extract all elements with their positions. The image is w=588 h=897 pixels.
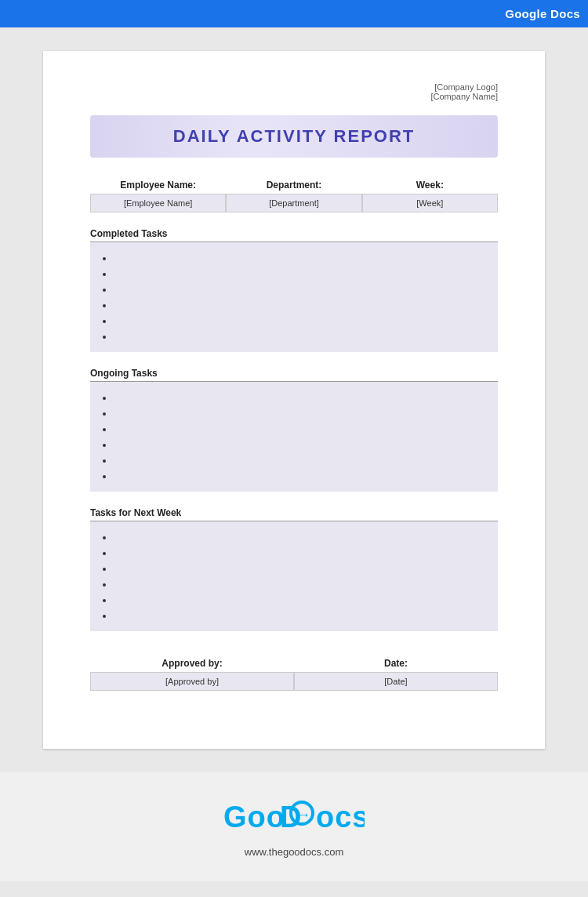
ongoing-tasks-title: Ongoing Tasks [90, 368, 498, 382]
department-label: Department: [226, 176, 361, 194]
date-label: Date: [294, 655, 498, 672]
svg-text:→: → [296, 807, 311, 823]
approved-by-label: Approved by: [90, 655, 294, 672]
goodocs-logo: Goo D → ocs [223, 796, 365, 841]
list-item[interactable] [114, 608, 490, 623]
goodocs-logo-svg: Goo D → ocs [223, 796, 365, 835]
next-week-tasks-title: Tasks for Next Week [90, 507, 498, 521]
company-info: [Company Logo] [Company Name] [90, 82, 498, 101]
sections-container: Completed Tasks Ongoing Tasks [90, 228, 498, 631]
svg-text:ocs: ocs [316, 801, 365, 833]
week-value[interactable]: [Week] [362, 194, 498, 212]
next-week-tasks-section: Tasks for Next Week [90, 507, 498, 631]
document-wrapper: [Company Logo] [Company Name] DAILY ACTI… [0, 27, 588, 772]
department-col: Department: [Department] [226, 176, 361, 212]
list-item[interactable] [114, 576, 490, 592]
list-item[interactable] [114, 329, 490, 344]
week-label: Week: [362, 176, 498, 194]
approval-section: Approved by: [Approved by] Date: [Date] [90, 655, 498, 691]
completed-tasks-title: Completed Tasks [90, 228, 498, 242]
company-logo-placeholder: [Company Logo] [90, 82, 498, 92]
list-item[interactable] [114, 545, 490, 561]
list-item[interactable] [114, 297, 490, 313]
completed-tasks-section: Completed Tasks [90, 228, 498, 352]
employee-info: Employee Name: [Employee Name] Departmen… [90, 176, 498, 212]
list-item[interactable] [114, 250, 490, 266]
top-bar: Google Docs [0, 0, 588, 27]
ongoing-tasks-section: Ongoing Tasks [90, 368, 498, 492]
footer-area: Goo D → ocs www.thegoodocs.com [0, 772, 588, 881]
svg-text:Goo: Goo [223, 801, 285, 833]
employee-name-col: Employee Name: [Employee Name] [90, 176, 226, 212]
list-item[interactable] [114, 592, 490, 608]
week-col: Week: [Week] [362, 176, 498, 212]
date-col: Date: [Date] [294, 655, 498, 691]
list-item[interactable] [114, 468, 490, 484]
employee-name-label: Employee Name: [90, 176, 226, 194]
date-value[interactable]: [Date] [294, 672, 498, 691]
ongoing-tasks-list[interactable] [90, 382, 498, 492]
report-title-wrapper: DAILY ACTIVITY REPORT [90, 115, 498, 158]
approved-by-value[interactable]: [Approved by] [90, 672, 294, 691]
approved-by-col: Approved by: [Approved by] [90, 655, 294, 691]
google-docs-label: Google Docs [505, 7, 580, 20]
list-item[interactable] [114, 390, 490, 405]
next-week-tasks-list[interactable] [90, 521, 498, 631]
document: [Company Logo] [Company Name] DAILY ACTI… [43, 51, 545, 749]
list-item[interactable] [114, 561, 490, 576]
report-title: DAILY ACTIVITY REPORT [173, 126, 416, 146]
list-item[interactable] [114, 421, 490, 437]
list-item[interactable] [114, 452, 490, 468]
employee-name-value[interactable]: [Employee Name] [90, 194, 226, 212]
list-item[interactable] [114, 405, 490, 421]
department-value[interactable]: [Department] [226, 194, 361, 212]
company-name-placeholder: [Company Name] [90, 92, 498, 101]
list-item[interactable] [114, 266, 490, 281]
list-item[interactable] [114, 437, 490, 452]
approval-labels: Approved by: [Approved by] Date: [Date] [90, 655, 498, 691]
list-item[interactable] [114, 281, 490, 297]
list-item[interactable] [114, 313, 490, 329]
goodocs-url: www.thegoodocs.com [245, 846, 343, 858]
list-item[interactable] [114, 529, 490, 545]
completed-tasks-list[interactable] [90, 242, 498, 352]
